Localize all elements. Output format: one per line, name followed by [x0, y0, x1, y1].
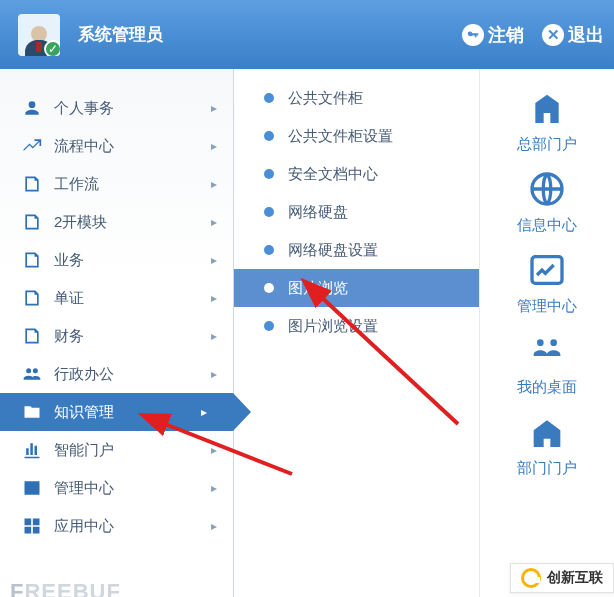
page-icon — [20, 288, 44, 308]
submenu-label: 公共文件柜设置 — [288, 127, 393, 146]
people-grid-icon — [526, 330, 568, 372]
submenu-label: 公共文件柜 — [288, 89, 363, 108]
nav-item-finance[interactable]: 财务 ▸ — [0, 317, 233, 355]
exit-label: 退出 — [568, 23, 604, 47]
watermark: FREEBUF_ — [10, 579, 134, 597]
nav-label: 单证 — [54, 289, 84, 308]
submenu-item-public-cabinet[interactable]: 公共文件柜 — [242, 79, 471, 117]
nav-label: 个人事务 — [54, 99, 114, 118]
chevron-right-icon: ▸ — [211, 519, 217, 533]
portal-info[interactable]: 信息中心 — [517, 168, 577, 235]
person-icon — [20, 98, 44, 118]
portal-column: 总部门户 信息中心 管理中心 我的桌面 部门门户 — [480, 69, 614, 597]
building-icon — [526, 87, 568, 129]
left-nav: 个人事务 ▸ 流程中心 ▸ 工作流 ▸ 2开模块 ▸ 业务 ▸ 单证 ▸ — [0, 69, 234, 597]
nav-label: 流程中心 — [54, 137, 114, 156]
submenu-item-secure-docs[interactable]: 安全文档中心 — [242, 155, 471, 193]
portal-label: 信息中心 — [517, 216, 577, 235]
submenu-label: 网络硬盘 — [288, 203, 348, 222]
portal-dept[interactable]: 部门门户 — [517, 411, 577, 478]
nav-label: 业务 — [54, 251, 84, 270]
submenu-label: 图片浏览设置 — [288, 317, 378, 336]
chart-icon — [20, 440, 44, 460]
people-icon — [20, 364, 44, 384]
brand-label: 创新互联 — [547, 569, 603, 587]
submenu-item-netdisk[interactable]: 网络硬盘 — [242, 193, 471, 231]
flow-icon — [20, 136, 44, 156]
grid-icon — [20, 516, 44, 536]
chart-box-icon — [20, 478, 44, 498]
nav-item-knowledge[interactable]: 知识管理 ▸ — [0, 393, 233, 431]
portal-label: 管理中心 — [517, 297, 577, 316]
nav-label: 2开模块 — [54, 213, 107, 232]
nav-label: 管理中心 — [54, 479, 114, 498]
key-icon — [462, 24, 484, 46]
nav-item-office[interactable]: 行政办公 ▸ — [0, 355, 233, 393]
nav-item-voucher[interactable]: 单证 ▸ — [0, 279, 233, 317]
bullet-icon — [264, 93, 274, 103]
chevron-right-icon: ▸ — [201, 405, 207, 419]
chevron-right-icon: ▸ — [211, 367, 217, 381]
nav-label: 行政办公 — [54, 365, 114, 384]
nav-label: 知识管理 — [54, 403, 114, 422]
nav-label: 工作流 — [54, 175, 99, 194]
page-icon — [20, 326, 44, 346]
nav-item-workflow[interactable]: 工作流 ▸ — [0, 165, 233, 203]
portal-hq[interactable]: 总部门户 — [517, 87, 577, 154]
house-icon — [526, 411, 568, 453]
page-icon — [20, 212, 44, 232]
chevron-right-icon: ▸ — [211, 215, 217, 229]
bullet-icon — [264, 321, 274, 331]
logout-label: 注销 — [488, 23, 524, 47]
portal-label: 我的桌面 — [517, 378, 577, 397]
bullet-icon — [264, 131, 274, 141]
nav-item-personal[interactable]: 个人事务 ▸ — [0, 89, 233, 127]
chart-box-icon — [526, 249, 568, 291]
chevron-right-icon: ▸ — [211, 101, 217, 115]
chevron-right-icon: ▸ — [211, 253, 217, 267]
brand-badge: 创新互联 — [510, 563, 614, 593]
nav-label: 智能门户 — [54, 441, 114, 460]
chevron-right-icon: ▸ — [211, 481, 217, 495]
brand-logo-icon — [521, 568, 541, 588]
page-icon — [20, 250, 44, 270]
nav-item-module[interactable]: 2开模块 ▸ — [0, 203, 233, 241]
nav-item-portal[interactable]: 智能门户 ▸ — [0, 431, 233, 469]
folder-lock-icon — [20, 402, 44, 422]
bullet-icon — [264, 207, 274, 217]
submenu-label: 网络硬盘设置 — [288, 241, 378, 260]
nav-label: 应用中心 — [54, 517, 114, 536]
main-area: 个人事务 ▸ 流程中心 ▸ 工作流 ▸ 2开模块 ▸ 业务 ▸ 单证 ▸ — [0, 69, 614, 597]
nav-item-apps[interactable]: 应用中心 ▸ — [0, 507, 233, 545]
exit-button[interactable]: ✕ 退出 — [542, 23, 604, 47]
portal-mgmt[interactable]: 管理中心 — [517, 249, 577, 316]
close-icon: ✕ — [542, 24, 564, 46]
globe-icon — [526, 168, 568, 210]
portal-label: 部门门户 — [517, 459, 577, 478]
submenu-item-image-browse-settings[interactable]: 图片浏览设置 — [242, 307, 471, 345]
bullet-icon — [264, 245, 274, 255]
nav-item-mgmt[interactable]: 管理中心 ▸ — [0, 469, 233, 507]
header: ✓ 系统管理员 注销 ✕ 退出 — [0, 0, 614, 69]
portal-label: 总部门户 — [517, 135, 577, 154]
bullet-icon — [264, 169, 274, 179]
chevron-right-icon: ▸ — [211, 443, 217, 457]
submenu-label: 图片浏览 — [288, 279, 348, 298]
logout-button[interactable]: 注销 — [462, 23, 524, 47]
nav-item-business[interactable]: 业务 ▸ — [0, 241, 233, 279]
username-label: 系统管理员 — [78, 23, 163, 46]
chevron-right-icon: ▸ — [211, 177, 217, 191]
avatar-verified-badge: ✓ — [44, 40, 60, 56]
chevron-right-icon: ▸ — [211, 329, 217, 343]
avatar[interactable]: ✓ — [18, 14, 60, 56]
portal-desktop[interactable]: 我的桌面 — [517, 330, 577, 397]
submenu-item-netdisk-settings[interactable]: 网络硬盘设置 — [242, 231, 471, 269]
submenu-item-image-browse[interactable]: 图片浏览 — [234, 269, 479, 307]
bullet-icon — [264, 283, 274, 293]
nav-label: 财务 — [54, 327, 84, 346]
page-icon — [20, 174, 44, 194]
chevron-right-icon: ▸ — [211, 291, 217, 305]
submenu-item-public-cabinet-settings[interactable]: 公共文件柜设置 — [242, 117, 471, 155]
chevron-right-icon: ▸ — [211, 139, 217, 153]
nav-item-process[interactable]: 流程中心 ▸ — [0, 127, 233, 165]
